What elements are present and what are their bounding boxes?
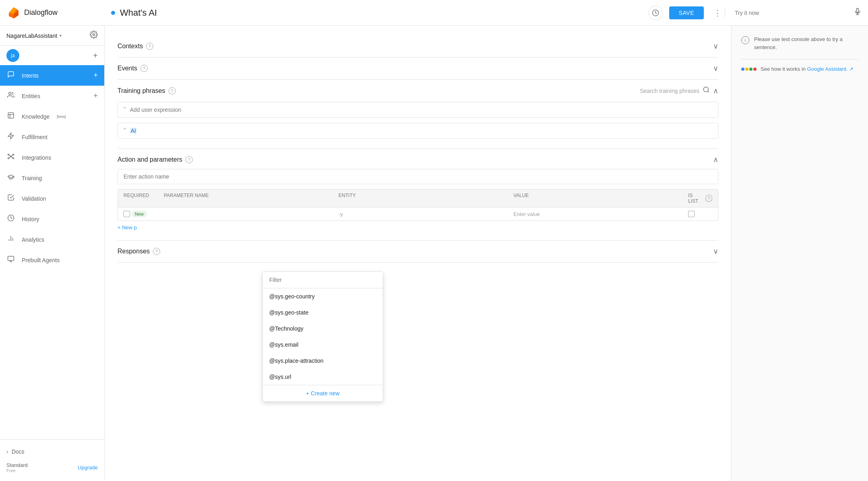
- settings-icon[interactable]: [90, 31, 98, 41]
- plan-name: Standard: [6, 462, 28, 468]
- right-panel-divider: [741, 59, 858, 60]
- filter-input[interactable]: [263, 272, 383, 288]
- avatar-row: ja +: [0, 46, 104, 65]
- phrase-highlight-ai: AI: [130, 127, 137, 134]
- is-list-help-icon[interactable]: ?: [705, 195, 712, 202]
- info-text: Please use test console above to try a s…: [754, 35, 858, 51]
- svg-marker-13: [8, 133, 14, 139]
- upgrade-link[interactable]: Upgrade: [78, 465, 98, 471]
- actions-chevron: ∧: [713, 155, 718, 164]
- info-circle-icon: i: [741, 36, 749, 44]
- more-icon: ⋮: [713, 8, 722, 18]
- svg-point-8: [93, 34, 95, 36]
- history-nav-icon: [6, 214, 15, 224]
- add-expression-row[interactable]: ": [118, 102, 718, 118]
- docs-item[interactable]: › Docs: [6, 444, 98, 459]
- sidebar-item-prebuilt[interactable]: Prebuilt Agents: [0, 250, 104, 270]
- analytics-label: Analytics: [22, 236, 44, 243]
- svg-point-9: [9, 92, 11, 95]
- plan-sub: Free: [6, 468, 28, 473]
- svg-point-14: [10, 156, 12, 157]
- dropdown-item-url[interactable]: @sys.url: [263, 369, 383, 385]
- mic-icon[interactable]: [854, 8, 862, 18]
- dropdown-item-geo-country[interactable]: @sys.geo-country: [263, 288, 383, 304]
- svg-line-20: [12, 155, 13, 156]
- agent-selector[interactable]: NagareLabAssistant ▾: [6, 33, 62, 39]
- add-param-row: + New p: [118, 221, 718, 234]
- add-param-link[interactable]: + New p: [118, 224, 137, 230]
- dropdown-list: @sys.geo-country @sys.geo-state @Technol…: [263, 288, 383, 385]
- training-phrases-help-icon[interactable]: ?: [169, 87, 176, 95]
- dropdown-item-email[interactable]: @sys.email: [263, 337, 383, 353]
- action-name-input[interactable]: [118, 169, 718, 184]
- add-agent-icon[interactable]: +: [93, 51, 98, 60]
- entity-dropdown: @sys.geo-country @sys.geo-state @Technol…: [262, 271, 383, 402]
- add-intent-icon[interactable]: +: [93, 71, 98, 80]
- create-new-link[interactable]: + Create new: [306, 390, 340, 397]
- app-body: NagareLabAssistant ▾ ja +: [0, 26, 868, 481]
- svg-rect-5: [857, 8, 859, 12]
- dropdown-footer: + Create new: [263, 385, 383, 401]
- training-chevron[interactable]: ∧: [713, 86, 718, 95]
- search-icon[interactable]: [703, 86, 710, 95]
- responses-help-icon[interactable]: ?: [153, 248, 160, 255]
- contexts-help-icon[interactable]: ?: [146, 43, 153, 50]
- ga-dot-green: [749, 68, 753, 71]
- required-checkbox[interactable]: [124, 211, 130, 217]
- header-actions: SAVE ⋮: [648, 6, 725, 20]
- actions-title: Action and parameters ?: [118, 156, 193, 163]
- param-name-header: PARAMETER NAME: [164, 193, 330, 204]
- intents-label: Intents: [22, 72, 39, 79]
- sidebar-item-history[interactable]: History: [0, 209, 104, 229]
- sidebar-item-validation[interactable]: Validation: [0, 188, 104, 209]
- dropdown-item-technology[interactable]: @Technology: [263, 321, 383, 337]
- prebuilt-label: Prebuilt Agents: [22, 257, 60, 263]
- ga-dot-red: [753, 68, 757, 71]
- sidebar-item-analytics[interactable]: Analytics: [0, 229, 104, 250]
- more-options-button[interactable]: ⋮: [710, 6, 725, 20]
- docs-label: Docs: [12, 448, 25, 455]
- ga-dot-yellow: [745, 68, 748, 71]
- new-badge: New: [132, 211, 147, 217]
- add-expression-input[interactable]: [130, 107, 712, 113]
- svg-point-17: [8, 158, 9, 159]
- info-box: i Please use test console above to try a…: [741, 35, 858, 51]
- sidebar-item-integrations[interactable]: Integrations: [0, 147, 104, 168]
- dropdown-item-geo-state[interactable]: @sys.geo-state: [263, 304, 383, 321]
- actions-header[interactable]: Action and parameters ? ∧: [118, 155, 718, 164]
- search-placeholder-text: Search training phrases: [640, 88, 699, 94]
- params-row-1: New -y Enter value: [118, 207, 718, 220]
- sidebar-item-training[interactable]: Training: [0, 168, 104, 188]
- try-it-input[interactable]: [735, 10, 849, 16]
- dialogflow-logo-icon: [6, 6, 21, 20]
- sidebar-item-fulfillment[interactable]: Fulfillment: [0, 127, 104, 147]
- ga-link[interactable]: Google Assistant. ↗: [807, 66, 854, 72]
- google-assistant-logo: [741, 68, 757, 71]
- training-search-area: Search training phrases ∧: [640, 86, 718, 95]
- logo-area: Dialogflow: [6, 6, 111, 20]
- contexts-header[interactable]: Contexts ? ∨: [118, 42, 718, 51]
- svg-line-21: [9, 157, 10, 158]
- events-header[interactable]: Events ? ∨: [118, 64, 718, 73]
- validation-icon: [6, 194, 15, 203]
- history-button[interactable]: [648, 6, 663, 20]
- dropdown-item-place-attraction[interactable]: @sys.place-attraction: [263, 353, 383, 369]
- save-button[interactable]: SAVE: [669, 6, 704, 19]
- add-entity-icon[interactable]: +: [93, 92, 98, 100]
- svg-rect-10: [8, 113, 14, 118]
- validation-label: Validation: [22, 195, 46, 202]
- svg-line-31: [707, 91, 709, 92]
- integrations-icon: [6, 153, 15, 162]
- sidebar-item-entities[interactable]: Entities +: [0, 86, 104, 106]
- avatar: ja: [6, 49, 19, 62]
- actions-help-icon[interactable]: ?: [186, 156, 193, 163]
- responses-header[interactable]: Responses ? ∨: [118, 247, 718, 256]
- responses-chevron: ∨: [713, 247, 718, 256]
- sidebar-item-intents[interactable]: Intents +: [0, 65, 104, 86]
- sidebar-item-knowledge[interactable]: Knowledge [beta]: [0, 106, 104, 127]
- knowledge-icon: [6, 112, 15, 121]
- events-help-icon[interactable]: ?: [140, 65, 148, 72]
- training-phrases-title: Training phrases ?: [118, 87, 176, 95]
- app-header: Dialogflow What's AI SAVE ⋮: [0, 0, 868, 26]
- is-list-checkbox[interactable]: [688, 211, 695, 217]
